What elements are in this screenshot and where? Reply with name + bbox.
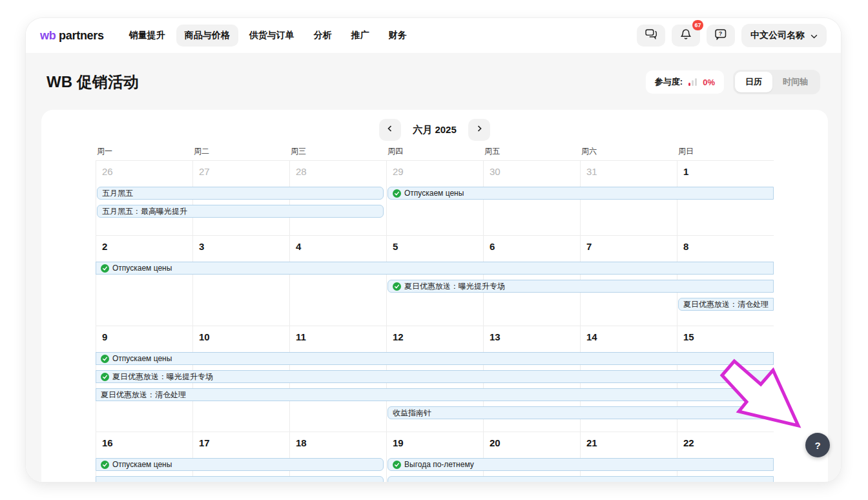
check-circle-icon	[393, 461, 401, 469]
calendar-week-row: 2345678Отпускаем цены夏日优惠放送：曝光提升专场夏日优惠放送…	[96, 235, 774, 326]
check-circle-icon	[101, 461, 109, 469]
date-number: 9	[96, 331, 192, 342]
nav-item-analytics[interactable]: 分析	[305, 25, 340, 47]
company-selector[interactable]: 中文公司名称	[741, 24, 827, 47]
notification-badge: 67	[692, 20, 703, 30]
chevron-right-icon	[475, 124, 484, 136]
company-name: 中文公司名称	[750, 30, 805, 41]
chevron-down-icon	[811, 30, 818, 41]
month-navigation: 六月 2025	[41, 110, 828, 141]
event-bar[interactable]: 夏日优惠放送：曝光提升专场	[388, 280, 774, 293]
event-bar[interactable]: Отпускаем цены	[96, 352, 774, 365]
event-bar[interactable]: 五月黑五	[97, 187, 384, 200]
date-number: 19	[386, 437, 483, 448]
weekday-label: 周一	[96, 146, 192, 160]
date-number: 27	[192, 166, 289, 177]
event-bar[interactable]: 五月黑五：最高曝光提升	[97, 205, 384, 218]
app-window: wb partners 销量提升商品与价格供货与订单分析推广财务	[26, 18, 841, 482]
chat-button[interactable]	[637, 25, 665, 47]
date-number: 29	[386, 166, 483, 177]
event-bar[interactable]: 夏日优惠放送：曝光提升专场	[96, 370, 774, 383]
date-number: 14	[580, 331, 677, 342]
event-label: 夏日优惠放送：曝光提升专场	[112, 371, 213, 382]
view-toggle-timeline[interactable]: 时间轴	[772, 72, 818, 92]
date-number: 3	[192, 241, 289, 252]
date-number: 5	[386, 241, 483, 252]
support-button[interactable]: ?	[707, 25, 735, 47]
date-number: 20	[483, 437, 580, 448]
main-nav: 销量提升商品与价格供货与订单分析推广财务	[121, 25, 415, 47]
date-number: 11	[289, 331, 386, 342]
date-number: 15	[677, 331, 774, 342]
next-month-button[interactable]	[468, 119, 490, 141]
calendar-grid: 周一周二周三周四周五周六周日 2627282930311五月黑五Отпускае…	[96, 146, 774, 482]
event-label: Выгода по-летнему	[404, 460, 474, 469]
wb-partners-logo[interactable]: wb partners	[40, 29, 104, 43]
date-number: 6	[483, 241, 580, 252]
event-bar[interactable]: 收益指南针	[388, 406, 774, 419]
page-title: WB 促销活动	[46, 72, 139, 92]
help-fab-button[interactable]: ?	[805, 433, 830, 457]
date-number: 26	[96, 166, 192, 177]
weekday-header-row: 周一周二周三周四周五周六周日	[96, 146, 774, 160]
date-number: 2	[96, 241, 192, 252]
date-number: 10	[192, 331, 289, 342]
header-controls: 参与度: 0% 日历时间轴	[646, 70, 820, 94]
participation-value: 0%	[703, 78, 715, 87]
date-number: 17	[192, 437, 289, 448]
bell-icon	[681, 28, 691, 43]
date-number: 18	[289, 437, 386, 448]
weekday-label: 周六	[580, 146, 677, 160]
view-toggle-calendar[interactable]: 日历	[735, 72, 772, 92]
event-label: Отпускаем цены	[112, 460, 172, 469]
prev-month-button[interactable]	[379, 119, 401, 141]
participation-label: 参与度:	[655, 76, 683, 88]
event-bar[interactable]: Отпускаем цены	[388, 187, 774, 200]
calendar-card: 六月 2025 周一周二周三周四周五周六周日 2627282930311五月黑五…	[41, 110, 828, 482]
event-label: 五月黑五：最高曝光提升	[102, 206, 187, 217]
date-number: 28	[289, 166, 386, 177]
page-content: WB 促销活动 参与度: 0% 日历时间轴	[26, 53, 841, 482]
weekday-label: 周二	[192, 146, 289, 160]
date-number: 12	[386, 331, 483, 342]
nav-item-goods-prices[interactable]: 商品与价格	[176, 25, 238, 47]
top-navbar: wb partners 销量提升商品与价格供货与订单分析推广财务	[26, 18, 841, 53]
calendar-week-row: 9101112131415Отпускаем цены夏日优惠放送：曝光提升专场…	[96, 326, 774, 432]
svg-text:?: ?	[719, 30, 722, 37]
event-bar[interactable]: 夏日优惠放送：清仓处理	[678, 298, 774, 311]
date-number: 22	[677, 437, 774, 448]
check-circle-icon	[101, 373, 109, 381]
check-circle-icon	[393, 282, 401, 291]
month-label: 六月 2025	[413, 124, 457, 136]
nav-item-supply-orders[interactable]: 供货与订单	[241, 25, 303, 47]
question-mark-icon: ?	[814, 440, 820, 451]
event-bar[interactable]	[388, 476, 774, 482]
check-circle-icon	[101, 355, 109, 363]
nav-item-sales-boost[interactable]: 销量提升	[121, 25, 174, 47]
nav-item-finance[interactable]: 财务	[380, 25, 415, 47]
view-toggle: 日历时间轴	[733, 70, 820, 94]
event-bar[interactable]: 夏日优惠放送：清仓处理	[96, 388, 774, 401]
event-label: 夏日优惠放送：曝光提升专场	[404, 281, 505, 292]
date-number: 31	[580, 166, 677, 177]
check-circle-icon	[393, 189, 401, 198]
event-bar[interactable]: Отпускаем цены	[96, 458, 384, 471]
date-number: 4	[289, 241, 386, 252]
event-bar[interactable]: Отпускаем цены	[96, 262, 774, 275]
nav-item-promotion[interactable]: 推广	[343, 25, 378, 47]
logo-partners: partners	[59, 29, 104, 42]
calendar-week-row: 2627282930311五月黑五Отпускаем цены五月黑五：最高曝光…	[96, 160, 774, 235]
event-label: Отпускаем цены	[112, 264, 172, 273]
event-label: Отпускаем цены	[112, 354, 172, 363]
event-label: 夏日优惠放送：清仓处理	[683, 299, 769, 310]
date-number: 1	[677, 166, 774, 177]
date-number: 21	[580, 437, 677, 448]
weekday-label: 周三	[289, 146, 386, 160]
chat-bubbles-icon	[645, 29, 657, 42]
question-bubble-icon: ?	[715, 29, 727, 43]
event-bar[interactable]: Выгода по-летнему	[388, 458, 774, 471]
event-label: 收益指南针	[393, 408, 431, 419]
weekday-label: 周日	[677, 146, 774, 160]
notifications-button[interactable]: 67	[672, 25, 700, 47]
event-bar[interactable]	[96, 476, 384, 482]
